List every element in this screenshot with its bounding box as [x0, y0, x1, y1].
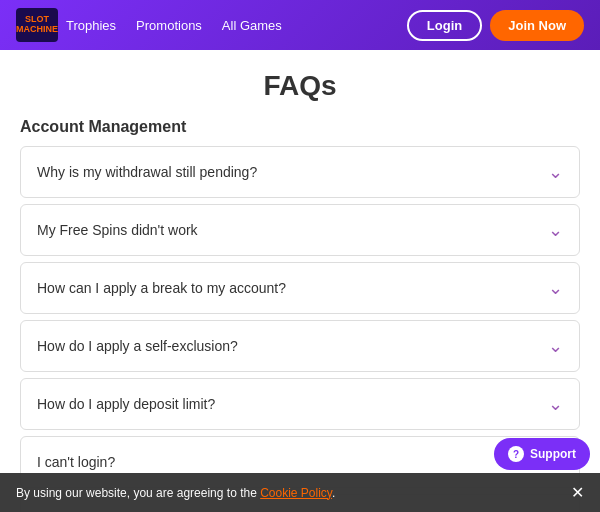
faq-question-5: I can't login? [37, 454, 115, 470]
nav-trophies[interactable]: Trophies [66, 18, 116, 33]
faq-title: FAQs [20, 70, 580, 102]
main-nav: Trophies Promotions All Games [66, 18, 282, 33]
chevron-down-icon-1: ⌄ [548, 219, 563, 241]
site-header: SLOTMACHINE Trophies Promotions All Game… [0, 0, 600, 50]
faq-item-2[interactable]: How can I apply a break to my account? ⌄ [20, 262, 580, 314]
faq-question-0: Why is my withdrawal still pending? [37, 164, 257, 180]
login-button[interactable]: Login [407, 10, 482, 41]
cookie-policy-link[interactable]: Cookie Policy [260, 486, 332, 500]
chevron-down-icon-0: ⌄ [548, 161, 563, 183]
chevron-down-icon-3: ⌄ [548, 335, 563, 357]
join-button[interactable]: Join Now [490, 10, 584, 41]
chevron-down-icon-2: ⌄ [548, 277, 563, 299]
chevron-down-icon-4: ⌄ [548, 393, 563, 415]
cookie-banner: By using our website, you are agreeing t… [0, 473, 600, 512]
support-button[interactable]: ? Support [494, 438, 590, 470]
faq-item-0[interactable]: Why is my withdrawal still pending? ⌄ [20, 146, 580, 198]
faq-question-4: How do I apply deposit limit? [37, 396, 215, 412]
header-buttons: Login Join Now [407, 10, 584, 41]
logo-area: SLOTMACHINE Trophies Promotions All Game… [16, 8, 282, 42]
cookie-text: By using our website, you are agreeing t… [16, 486, 561, 500]
faq-question-1: My Free Spins didn't work [37, 222, 198, 238]
logo-icon: SLOTMACHINE [16, 8, 58, 42]
faq-item-3[interactable]: How do I apply a self-exclusion? ⌄ [20, 320, 580, 372]
support-icon: ? [508, 446, 524, 462]
cookie-text-after: . [332, 486, 335, 500]
nav-promotions[interactable]: Promotions [136, 18, 202, 33]
faq-item-1[interactable]: My Free Spins didn't work ⌄ [20, 204, 580, 256]
faq-question-2: How can I apply a break to my account? [37, 280, 286, 296]
support-label: Support [530, 447, 576, 461]
faq-item-4[interactable]: How do I apply deposit limit? ⌄ [20, 378, 580, 430]
cookie-close-button[interactable]: ✕ [571, 483, 584, 502]
cookie-text-before: By using our website, you are agreeing t… [16, 486, 260, 500]
faq-question-3: How do I apply a self-exclusion? [37, 338, 238, 354]
section-heading: Account Management [20, 118, 580, 136]
nav-all-games[interactable]: All Games [222, 18, 282, 33]
